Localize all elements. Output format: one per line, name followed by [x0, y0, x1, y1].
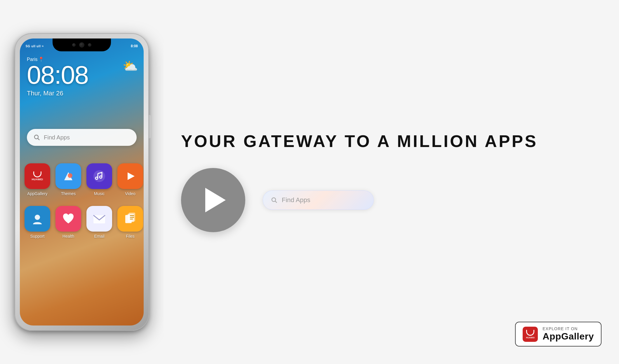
search-icon-right: [271, 197, 278, 204]
app-icon-video[interactable]: Video: [117, 163, 143, 196]
phone-notch: [53, 38, 111, 51]
status-right: 8:08: [131, 44, 138, 48]
search-icon: [33, 134, 40, 141]
phone-section: 5G ull ull ≈ 8:08 Paris 📍 08:08 Thur, Ma…: [0, 0, 164, 364]
clock-display: 08:08: [27, 62, 88, 88]
weather-icon: ⛅: [123, 59, 138, 73]
app-icons-row-2: Support Health: [25, 206, 143, 239]
phone-search-bar[interactable]: Find Apps: [27, 129, 137, 146]
badge-huawei-logo: HUAWEI: [523, 327, 538, 342]
app-icon-support[interactable]: Support: [25, 206, 50, 239]
svg-marker-4: [128, 172, 135, 180]
badge-appgallery-label: AppGallery: [543, 331, 594, 342]
phone-container: 5G ull ull ≈ 8:08 Paris 📍 08:08 Thur, Ma…: [12, 33, 152, 354]
phone-side-button: [148, 115, 151, 138]
phone-shell: 5G ull ull ≈ 8:08 Paris 📍 08:08 Thur, Ma…: [15, 33, 149, 331]
app-icon-appgallery[interactable]: HUAWEI AppGallery: [25, 163, 50, 196]
status-time: 8:08: [131, 44, 138, 48]
camera-lens-main: [79, 42, 84, 48]
app-icon-files[interactable]: Files: [117, 206, 143, 239]
clock-area: Paris 📍 08:08 Thur, Mar 26: [27, 56, 88, 97]
video-and-search: Find Apps: [181, 168, 601, 232]
app-icons-row-1: HUAWEI AppGallery Themes: [25, 163, 143, 196]
app-icon-music[interactable]: Music: [86, 163, 112, 196]
svg-point-3: [93, 170, 105, 182]
app-icon-themes[interactable]: Themes: [55, 163, 81, 196]
huawei-u-logo: [526, 330, 534, 336]
hero-title: YOUR GATEWAY TO A MILLION APPS: [181, 132, 601, 150]
appgallery-badge[interactable]: HUAWEI EXPLORE IT ON AppGallery: [515, 322, 601, 346]
huawei-brand-text: HUAWEI: [526, 337, 535, 339]
play-icon: [205, 188, 226, 212]
svg-line-1: [38, 139, 40, 140]
svg-point-0: [34, 135, 38, 139]
phone-screen: 5G ull ull ≈ 8:08 Paris 📍 08:08 Thur, Ma…: [20, 38, 144, 326]
status-left: 5G ull ull ≈: [26, 44, 44, 48]
app-icon-email[interactable]: Email: [86, 206, 112, 239]
svg-point-5: [35, 215, 40, 220]
badge-explore-label: EXPLORE IT ON: [543, 326, 594, 331]
play-button[interactable]: [181, 168, 245, 232]
svg-line-14: [275, 201, 277, 203]
camera-lens-left: [72, 43, 76, 47]
search-placeholder-right: Find Apps: [282, 196, 310, 204]
camera-lens-right: [88, 43, 91, 47]
badge-text: EXPLORE IT ON AppGallery: [543, 326, 594, 342]
svg-point-2: [68, 173, 72, 178]
right-section: YOUR GATEWAY TO A MILLION APPS Find Apps…: [164, 0, 619, 364]
svg-point-13: [272, 198, 276, 202]
clock-date: Thur, Mar 26: [27, 90, 88, 97]
search-bar-right[interactable]: Find Apps: [263, 190, 374, 210]
phone-search-placeholder: Find Apps: [44, 134, 70, 141]
app-icon-health[interactable]: Health: [55, 206, 81, 239]
